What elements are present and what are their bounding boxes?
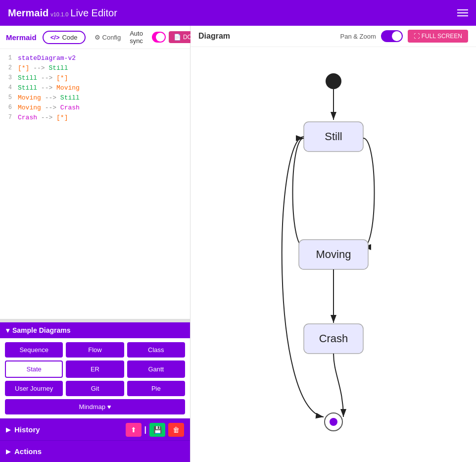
history-delete-button[interactable]: 🗑 — [168, 423, 184, 437]
line-number: 4 — [0, 84, 18, 91]
history-label: History — [14, 425, 40, 434]
auto-sync-toggle[interactable] — [152, 32, 166, 43]
history-divider: | — [144, 425, 146, 434]
diagram-header: Diagram Pan & Zoom ⛶ FULL SCREEN — [190, 26, 476, 47]
line-number: 5 — [0, 94, 18, 101]
actions-label: Actions — [14, 447, 42, 456]
er-button[interactable]: ER — [66, 360, 124, 378]
code-line-7: 7 Crash --> [*] — [0, 112, 190, 122]
right-panel: Diagram Pan & Zoom ⛶ FULL SCREEN Still — [190, 26, 476, 462]
config-label: Config — [102, 34, 121, 41]
code-label: Code — [62, 34, 77, 41]
header-title: Mermaid v10.1.0 Live Editor — [8, 7, 117, 19]
trash-icon: 🗑 — [173, 426, 180, 434]
left-panel: Mermaid </> Code ⚙ Config Auto sync 📄 DO… — [0, 26, 190, 462]
line-content: stateDiagram-v2 — [18, 54, 76, 62]
diagram-controls: Pan & Zoom ⛶ FULL SCREEN — [340, 30, 468, 43]
code-line-5: 5 Moving --> Still — [0, 93, 190, 103]
line-content: Moving --> Crash — [18, 104, 80, 111]
code-line-3: 3 Still --> [*] — [0, 73, 190, 83]
bottom-section: ▾ Sample Diagrams Sequence Flow Class St… — [0, 322, 190, 462]
sample-diagrams-header[interactable]: ▾ Sample Diagrams — [0, 322, 190, 338]
line-number: 1 — [0, 54, 18, 61]
gantt-button[interactable]: Gantt — [127, 360, 185, 378]
code-editor[interactable]: 1 stateDiagram-v2 2 [*] --> Still 3 Stil… — [0, 49, 190, 319]
arrow-crash-end — [333, 354, 343, 417]
line-content: [*] --> Still — [18, 64, 68, 72]
fullscreen-label: FULL SCREEN — [422, 33, 462, 40]
end-state-inner — [330, 418, 337, 426]
fullscreen-icon: ⛶ — [414, 33, 420, 40]
brand-name: Mermaid — [8, 7, 48, 19]
code-line-1: 1 stateDiagram-v2 — [0, 53, 190, 63]
line-number: 6 — [0, 104, 18, 111]
docs-icon: 📄 — [174, 34, 181, 41]
line-number: 3 — [0, 74, 18, 81]
arrow-moving-still-left — [292, 138, 304, 247]
main-layout: Mermaid </> Code ⚙ Config Auto sync 📄 DO… — [0, 26, 476, 462]
git-button[interactable]: Git — [66, 381, 124, 396]
sequence-button[interactable]: Sequence — [5, 342, 63, 358]
pan-zoom-label: Pan & Zoom — [340, 33, 376, 40]
save-icon: 💾 — [153, 426, 162, 434]
moving-state-label: Moving — [316, 248, 351, 260]
code-tab-button[interactable]: </> Code — [43, 31, 86, 44]
code-line-2: 2 [*] --> Still — [0, 63, 190, 73]
state-diagram-svg: Still Moving Crash — [259, 61, 408, 448]
state-button[interactable]: State — [5, 360, 63, 378]
editor-toolbar: Mermaid </> Code ⚙ Config Auto sync 📄 DO… — [0, 26, 190, 49]
header-live: Live Editor — [70, 7, 117, 19]
chevron-down-icon: ▾ — [6, 326, 9, 334]
history-save-button[interactable]: 💾 — [149, 423, 165, 437]
config-tab-button[interactable]: ⚙ Config — [90, 32, 126, 43]
crash-state-label: Crash — [319, 332, 348, 345]
flow-button[interactable]: Flow — [66, 342, 124, 358]
history-upload-button[interactable]: ⬆ — [126, 423, 142, 437]
user-journey-button[interactable]: User Journey — [5, 381, 63, 396]
line-content: Crash --> [*] — [18, 114, 68, 121]
line-number: 2 — [0, 64, 18, 71]
code-line-4: 4 Still --> Moving — [0, 83, 190, 93]
hamburger-menu[interactable] — [457, 9, 468, 16]
upload-icon: ⬆ — [131, 426, 137, 434]
auto-sync-label: Auto sync — [130, 30, 149, 45]
diagram-canvas: Still Moving Crash — [190, 47, 476, 462]
start-state — [326, 73, 341, 89]
gear-icon: ⚙ — [95, 34, 100, 41]
chevron-right-icon-actions: ▶ — [6, 448, 10, 455]
mindmap-button[interactable]: Mindmap ♥ — [5, 399, 185, 414]
still-state-label: Still — [325, 130, 342, 143]
arrow-still-moving-right — [363, 138, 375, 247]
brand-version: v10.1.0 — [50, 11, 68, 17]
chevron-right-icon: ▶ — [6, 426, 10, 433]
mermaid-label: Mermaid — [6, 33, 37, 42]
line-content: Still --> Moving — [18, 84, 80, 92]
pie-button[interactable]: Pie — [127, 381, 185, 396]
app-header: Mermaid v10.1.0 Live Editor — [0, 0, 476, 26]
actions-section[interactable]: ▶ Actions — [0, 440, 190, 462]
class-button[interactable]: Class — [127, 342, 185, 358]
arrow-still-end — [282, 137, 323, 417]
history-actions: ⬆ | 💾 🗑 — [126, 423, 184, 437]
line-content: Moving --> Still — [18, 94, 80, 102]
line-number: 7 — [0, 114, 18, 121]
pan-zoom-toggle[interactable] — [381, 30, 403, 42]
code-line-6: 6 Moving --> Crash — [0, 103, 190, 112]
diagram-buttons-grid: Sequence Flow Class State ER Gantt User … — [0, 338, 190, 418]
code-brackets-icon: </> — [50, 34, 60, 41]
sample-diagrams-title: Sample Diagrams — [12, 326, 71, 334]
history-section[interactable]: ▶ History ⬆ | 💾 🗑 — [0, 418, 190, 440]
fullscreen-button[interactable]: ⛶ FULL SCREEN — [408, 30, 468, 43]
diagram-title: Diagram — [198, 32, 230, 41]
line-content: Still --> [*] — [18, 74, 68, 82]
